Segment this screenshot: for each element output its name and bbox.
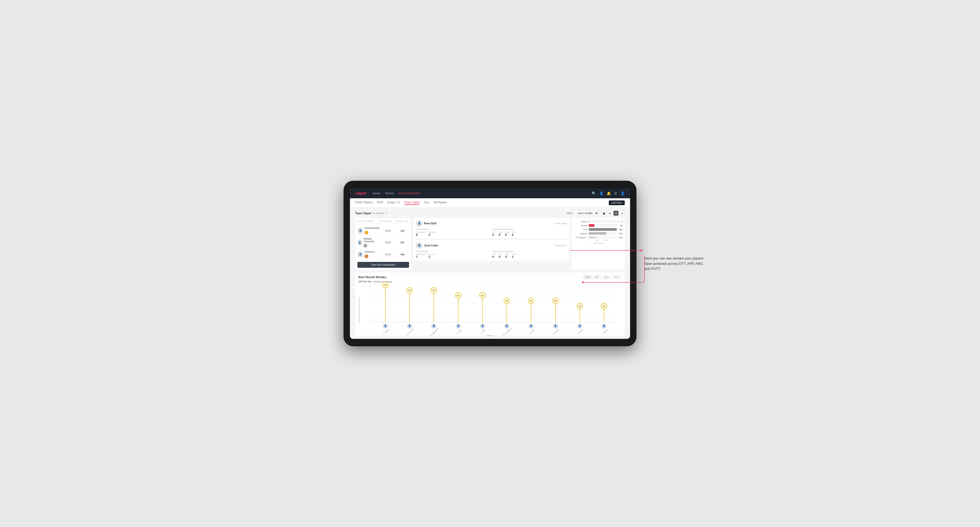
- show-label: Show: [566, 212, 573, 214]
- x-axis-label: Players: [361, 334, 619, 337]
- logo: clippd: [355, 191, 366, 195]
- leaderboard-panel: PLAYER NAME PB SCORE PB AVG SQ 👤 Richard…: [355, 218, 411, 270]
- player-date: 02 Sep 2023: [555, 222, 567, 225]
- filter-buttons: OTT APP ARG PUTT: [584, 275, 622, 279]
- period-select[interactable]: Last 3 months: [575, 211, 599, 216]
- grid-view-btn[interactable]: ▦: [601, 211, 606, 216]
- practice-rounds: 4: [428, 233, 435, 237]
- ott-value: 0: [492, 255, 496, 259]
- avatar-icon[interactable]: 👤: [620, 191, 625, 195]
- stat-values: Tournament 7 Practice 2: [416, 253, 490, 259]
- tab-tour[interactable]: Tour: [424, 201, 429, 205]
- putt-value: 0: [512, 233, 517, 237]
- bar-fill: [589, 224, 594, 227]
- add-team-button[interactable]: Add Team: [609, 200, 625, 205]
- pb-score: 18/20: [380, 241, 396, 244]
- bar-fill: [589, 232, 606, 235]
- player-avatar: 👤: [577, 323, 582, 329]
- bar-row: Pars 499: [574, 228, 623, 231]
- avatar: 👤: [357, 252, 363, 257]
- filter-arg[interactable]: ARG: [602, 275, 611, 279]
- tab-team-clippd[interactable]: Team Clippd: [404, 201, 420, 205]
- stat-label: Total Practice Activities: [492, 250, 567, 252]
- search-icon[interactable]: 🔍: [592, 191, 596, 195]
- arg-value: 0: [505, 233, 509, 237]
- pb-score: 17/20: [380, 253, 396, 256]
- pc-stats: Total Rounds Tournament 7 Practice: [416, 250, 567, 259]
- table-row: 👤 Cameron... 3 17/20 103: [357, 249, 409, 260]
- streak-dot: 6x: [431, 287, 437, 294]
- pc-stats: Total Rounds Tournament 8 Practice: [416, 228, 567, 237]
- streak-bar: [482, 295, 483, 322]
- bar-track: [589, 228, 617, 231]
- player-avatar: 👤: [480, 323, 485, 329]
- sub-nav: PGAT Players PGA Hcaps 1-5 Team Clippd T…: [350, 198, 630, 207]
- user-icon[interactable]: 👤: [599, 191, 603, 195]
- table-row: 👤 Edward Crossman 2 18/20 107: [357, 236, 409, 249]
- list-view-btn[interactable]: ☷: [607, 211, 612, 216]
- tab-hcaps[interactable]: Hcaps 1-5: [387, 201, 400, 205]
- player-avatars-row: 👤👤👤👤👤👤👤👤👤👤: [373, 323, 616, 329]
- bar-chart: Eagles 3 Birdies 96 Pars 499 Bogeys 311: [574, 220, 623, 239]
- avatar: 👤: [416, 220, 422, 227]
- filter-putt[interactable]: PUTT: [612, 275, 622, 279]
- settings-icon[interactable]: ⚙: [614, 191, 617, 195]
- streak-dot: 4x: [528, 298, 534, 304]
- chart-panel: Eagles 3 Birdies 96 Pars 499 Bogeys 311: [571, 218, 625, 270]
- team-title: Team Clippd 14 Players ✎: [355, 212, 388, 215]
- app-value: 0: [499, 233, 503, 237]
- filter-ott[interactable]: OTT: [584, 275, 592, 279]
- nav-teams[interactable]: Teams: [385, 192, 394, 195]
- view-icons: ▦ ☷ ☰ ≡: [601, 211, 625, 216]
- pb-avg: 107: [396, 241, 409, 244]
- player-name: Josh Coles: [424, 244, 438, 247]
- lb-header: PLAYER NAME PB SCORE PB AVG SQ: [357, 220, 409, 224]
- three-panels: PLAYER NAME PB SCORE PB AVG SQ 👤 Richard…: [355, 218, 625, 270]
- view-full-leaderboard-button[interactable]: View Full Leaderboard: [357, 262, 409, 268]
- bar-track: [589, 232, 617, 235]
- bell-icon[interactable]: 🔔: [607, 191, 611, 195]
- bar-row: Eagles 3: [574, 220, 623, 223]
- stat-label: Total Practice Activities: [492, 228, 567, 230]
- player-avatar: 👤: [383, 323, 388, 329]
- tab-all-players[interactable]: All Players: [434, 201, 447, 205]
- streak-dot: 5x: [455, 292, 461, 298]
- team-controls: Show Last 3 months ▦ ☷ ☰ ≡: [566, 211, 625, 216]
- pb-avg: 103: [396, 253, 409, 256]
- y-axis-label: Best Streak, Fairway Accuracy: [358, 297, 360, 322]
- annotation: Here you can see streaks your players ha…: [644, 256, 706, 271]
- streak-dot: 7x: [382, 282, 388, 288]
- streaks-section: Best Round Streaks OTT APP ARG PUTT Off …: [355, 273, 625, 336]
- chart-x-label: Total Shots: [574, 242, 623, 244]
- detail-view-btn[interactable]: ≡: [619, 211, 625, 216]
- tab-pga[interactable]: PGA: [377, 201, 383, 205]
- player-name: Richard Butler: [364, 227, 380, 229]
- filter-app[interactable]: APP: [593, 275, 601, 279]
- edit-icon[interactable]: ✎: [386, 212, 388, 214]
- nav-my-performance[interactable]: My Performance: [399, 192, 420, 195]
- bar-track: [589, 224, 618, 227]
- main-content: Team Clippd 14 Players ✎ Show Last 3 mon…: [350, 207, 630, 339]
- nav-icons: 🔍 👤 🔔 ⚙ 👤: [592, 191, 625, 195]
- tab-pgat[interactable]: PGAT Players: [355, 201, 373, 205]
- pb-score: 19/20: [380, 229, 396, 232]
- stat-label: Total Rounds: [416, 228, 490, 230]
- bottom-header: Best Round Streaks OTT APP ARG PUTT: [358, 275, 622, 279]
- player-info: 👤 Cameron... 3: [357, 251, 380, 258]
- bar-row: Bogeys 311: [574, 232, 623, 235]
- streaks-title: Best Round Streaks: [358, 275, 387, 279]
- putt-value: 1: [512, 255, 517, 259]
- player-name: Cameron...: [364, 251, 377, 253]
- total-rounds: Total Rounds Tournament 7 Practice: [416, 250, 490, 259]
- tournament-rounds: 7: [416, 255, 426, 259]
- streak-plot-area: 7x6x6x5x5x4x4x4x3x3x: [373, 285, 616, 322]
- pc-header: 👤 Rees Britt 02 Sep 2023: [416, 220, 567, 227]
- table-view-btn[interactable]: ☰: [613, 211, 619, 216]
- player-avatar: 👤: [528, 323, 534, 329]
- bar-fill: [589, 236, 596, 239]
- nav-home[interactable]: Home: [372, 192, 380, 195]
- streak-bar: [458, 295, 458, 322]
- player-avatar: 👤: [553, 323, 558, 329]
- stat-label: Total Rounds: [416, 250, 490, 252]
- streak-bar: [434, 290, 434, 322]
